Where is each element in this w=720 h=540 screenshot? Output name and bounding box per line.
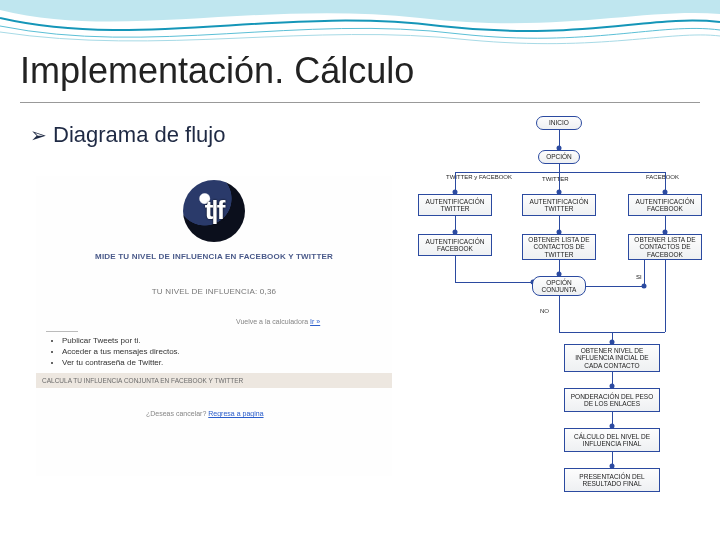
slide-title: Implementación. Cálculo	[20, 50, 414, 92]
edge	[559, 316, 560, 332]
branch-label-left: TWITTER y FACEBOOK	[440, 174, 512, 180]
app-screenshot: MIDE TU NIVEL DE INFLUENCIA EN FACEBOOK …	[36, 176, 392, 476]
node-calculo: CÁLCULO DEL NIVEL DE INFLUENCIA FINAL	[564, 428, 660, 452]
node-inicio: INICIO	[536, 116, 582, 130]
node-opcion-conjunta: OPCIÓN CONJUNTA	[532, 276, 586, 296]
bullet-text: Diagrama de flujo	[53, 122, 225, 147]
connector-dot-icon	[642, 284, 647, 289]
back-link[interactable]: Ir »	[310, 318, 320, 325]
bullet-arrow-icon: ➢	[30, 124, 47, 146]
node-ponderacion: PONDERACIÓN DEL PESO DE LOS ENLACES	[564, 388, 660, 412]
cta-bar: CALCULA TU INFLUENCIA CONJUNTA EN FACEBO…	[36, 373, 392, 388]
edge	[559, 296, 560, 316]
edge	[455, 256, 456, 282]
edge	[665, 260, 666, 332]
node-contacts-tw: OBTENER LISTA DE CONTACTOS DE TWITTER	[522, 234, 596, 260]
node-presentacion: PRESENTACIÓN DEL RESULTADO FINAL	[564, 468, 660, 492]
node-contacts-fb: OBTENER LISTA DE CONTACTOS DE FACEBOOK	[628, 234, 702, 260]
branch-label-mid: TWITTER	[542, 176, 569, 182]
logo-wrap	[36, 180, 392, 244]
node-nivel-inicial: OBTENER NIVEL DE INFLUENCIA INICIAL DE C…	[564, 344, 660, 372]
branch-label-right: FACEBOOK	[646, 174, 679, 180]
node-auth-fb-right: AUTENTIFICACIÓN FACEBOOK	[628, 194, 702, 216]
tf-logo-icon	[183, 180, 245, 242]
edge	[586, 286, 644, 287]
flowchart: INICIO OPCIÓN TWITTER y FACEBOOK TWITTER…	[400, 116, 710, 516]
footer-line: ¿Deseas cancelar? Regresa a pagina	[146, 410, 392, 417]
bullet-item: ➢Diagrama de flujo	[30, 122, 225, 148]
node-auth-tw-mid: AUTENTIFICACIÓN TWITTER	[522, 194, 596, 216]
edge	[455, 282, 533, 283]
node-auth-tw-left: AUTENTIFICACIÓN TWITTER	[418, 194, 492, 216]
title-underline	[20, 102, 700, 103]
edge	[455, 172, 665, 173]
footer-prefix: ¿Deseas cancelar?	[146, 410, 206, 417]
back-link-prefix: Vuelve a la calculadora	[236, 318, 308, 325]
list-item: Ver tu contraseña de Twitter.	[62, 358, 392, 367]
footer-link[interactable]: Regresa a pagina	[208, 410, 263, 417]
list-item: Publicar Tweets por ti.	[62, 336, 392, 345]
influence-level: TU NIVEL DE INFLUENCIA: 0,36	[36, 287, 392, 296]
node-auth-fb-left: AUTENTIFICACIÓN FACEBOOK	[418, 234, 492, 256]
node-opcion: OPCIÓN	[538, 150, 580, 164]
divider	[46, 331, 78, 332]
label-no: NO	[540, 308, 549, 314]
permissions-list: Publicar Tweets por ti. Acceder a tus me…	[62, 336, 392, 367]
edge	[559, 164, 560, 172]
edge	[644, 260, 645, 286]
app-tagline: MIDE TU NIVEL DE INFLUENCIA EN FACEBOOK …	[36, 252, 392, 261]
label-si: SI	[636, 274, 642, 280]
list-item: Acceder a tus mensajes directos.	[62, 347, 392, 356]
back-link-line: Vuelve a la calculadora Ir »	[236, 318, 392, 325]
